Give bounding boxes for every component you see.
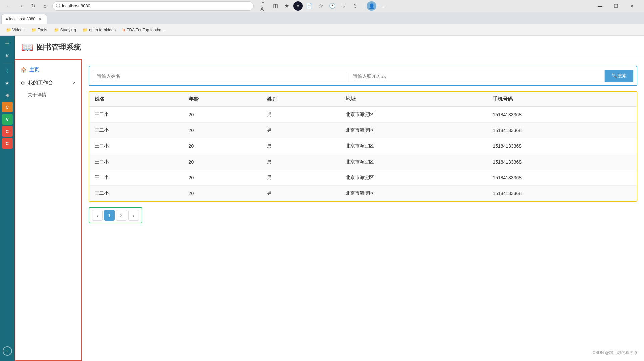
cell-gender: 男 [262,186,340,201]
ext-apps-icon[interactable]: ◉ [2,90,13,100]
main-content: 🔍搜索 姓名 年龄 姓别 地址 手机号码 [82,59,644,361]
bookmark-label: Studying [60,28,76,32]
info-icon: ⓘ [56,3,60,9]
favorites2-icon[interactable]: ☆ [316,1,326,11]
nav-about[interactable]: 关于详情 [15,89,81,101]
ext-c-red-icon[interactable]: C [2,126,13,137]
table-row: 王二小20男北京市海淀区15184133368 [89,186,637,201]
cell-age: 20 [183,138,262,154]
cell-age: 20 [183,170,262,186]
ext-c-red2-icon[interactable]: C [2,138,13,149]
ext-menu-icon[interactable]: ☰ [2,38,13,49]
ext-star-icon[interactable]: ★ [2,78,13,88]
cell-name: 王二小 [89,123,183,138]
cell-age: 20 [183,186,262,201]
tab-label: ● localhost:8080 [6,17,35,21]
cell-phone: 15184133368 [487,123,637,138]
cell-gender: 男 [262,170,340,186]
split-view-icon[interactable]: ◫ [270,1,280,11]
more-options-icon[interactable]: ⋯ [378,1,388,11]
cell-phone: 15184133368 [487,107,637,123]
address-text: localhost:8080 [62,3,90,8]
app-logo: 📖 图书管理系统 [21,42,81,53]
cell-age: 20 [183,154,262,170]
cell-phone: 15184133368 [487,186,637,201]
address-bar[interactable]: ⓘ localhost:8080 [52,1,254,11]
page-1-button[interactable]: 1 [104,210,115,221]
k-icon: k [122,27,125,32]
bookmark-studying[interactable]: 📁 Studying [51,26,79,34]
maximize-button[interactable]: ❐ [608,0,624,12]
cell-name: 王二小 [89,170,183,186]
sidebar-separator [3,63,12,63]
nav-home[interactable]: 🏠 主页 [15,63,81,76]
cell-age: 20 [183,107,262,123]
refresh-button[interactable]: ↻ [28,1,38,11]
ext-crown-icon[interactable]: ♛ [2,50,13,61]
next-page-button[interactable]: › [128,210,139,221]
prev-page-button[interactable]: ‹ [92,210,103,221]
folder-icon: 📁 [54,28,59,32]
ext-c-orange-icon[interactable]: C [2,102,13,112]
nav-home-label: 主页 [29,66,39,73]
close-button[interactable]: ✕ [625,0,640,12]
folder-icon: 📁 [83,28,88,32]
table-row: 王二小20男北京市海淀区15184133368 [89,138,637,154]
forward-button[interactable]: → [16,1,26,11]
cell-gender: 男 [262,123,340,138]
table-row: 王二小20男北京市海淀区15184133368 [89,154,637,170]
page-2-button[interactable]: 2 [116,210,127,221]
extension-sidebar: ☰ ♛ ⇩ ★ ◉ C V C C + [0,36,15,361]
left-navigation: 🏠 主页 ⚙ 我的工作台 ∧ 关于详情 [15,59,82,361]
back-button[interactable]: ← [4,1,13,11]
ext-download-icon[interactable]: ⇩ [2,65,13,76]
bookmarks-bar: 📁 Videos 📁 Tools 📁 Studying 📁 open forbi… [0,24,644,36]
home-nav-icon: 🏠 [21,67,27,73]
history-icon[interactable]: 🕐 [328,1,337,11]
app-title: 图书管理系统 [37,42,81,52]
cell-address: 北京市海淀区 [340,138,487,154]
cell-gender: 男 [262,107,340,123]
folder-icon: 📁 [31,28,36,32]
expand-icon: ∧ [73,81,76,85]
translate-icon[interactable]: ＦA [259,1,268,11]
name-search-input[interactable] [93,70,349,82]
cell-name: 王二小 [89,186,183,201]
cell-name: 王二小 [89,107,183,123]
favorites-icon[interactable]: ★ [282,1,291,11]
bookmark-eda[interactable]: k EDA For Top footba... [120,26,167,34]
logo-book-icon: 📖 [21,42,33,53]
cell-address: 北京市海淀区 [340,154,487,170]
extension-icon[interactable]: M [293,1,303,11]
bookmark-open-forbidden[interactable]: 📁 open forbidden [80,26,118,34]
nav-workbench-label: 我的工作台 [28,80,53,86]
profile-avatar[interactable]: 👤 [367,1,376,11]
pagination: ‹ 1 2 › [89,207,142,223]
active-tab[interactable]: ● localhost:8080 ✕ [1,14,47,24]
search-bar: 🔍搜索 [89,66,637,86]
gear-nav-icon: ⚙ [21,80,25,86]
col-header-age: 年龄 [183,92,262,107]
ext-v-icon[interactable]: V [2,114,13,125]
bookmark-tools[interactable]: 📁 Tools [29,26,50,34]
bookmark-videos[interactable]: 📁 Videos [3,26,27,34]
nav-workbench[interactable]: ⚙ 我的工作台 ∧ [15,76,81,89]
footer-note: CSDN @踢足球的程序原 [592,350,637,356]
cell-gender: 男 [262,138,340,154]
cell-phone: 15184133368 [487,154,637,170]
table-header-row: 姓名 年龄 姓别 地址 手机号码 [89,92,637,107]
home-button[interactable]: ⌂ [40,1,50,11]
contact-search-input[interactable] [349,70,605,82]
cell-address: 北京市海淀区 [340,107,487,123]
search-button[interactable]: 🔍搜索 [605,70,633,82]
data-table-container: 姓名 年龄 姓别 地址 手机号码 王二小20男北京市海淀区15184133368… [89,91,637,202]
tab-close-icon[interactable]: ✕ [37,16,43,22]
bookmark-label: open forbidden [89,28,116,32]
collections-icon[interactable]: 📄 [305,1,314,11]
download-icon[interactable]: ↧ [339,1,348,11]
ext-add-icon[interactable]: + [3,346,12,356]
minimize-button[interactable]: — [592,0,608,12]
bookmark-label: Videos [12,28,24,32]
share-icon[interactable]: ⇪ [350,1,360,11]
col-header-address: 地址 [340,92,487,107]
